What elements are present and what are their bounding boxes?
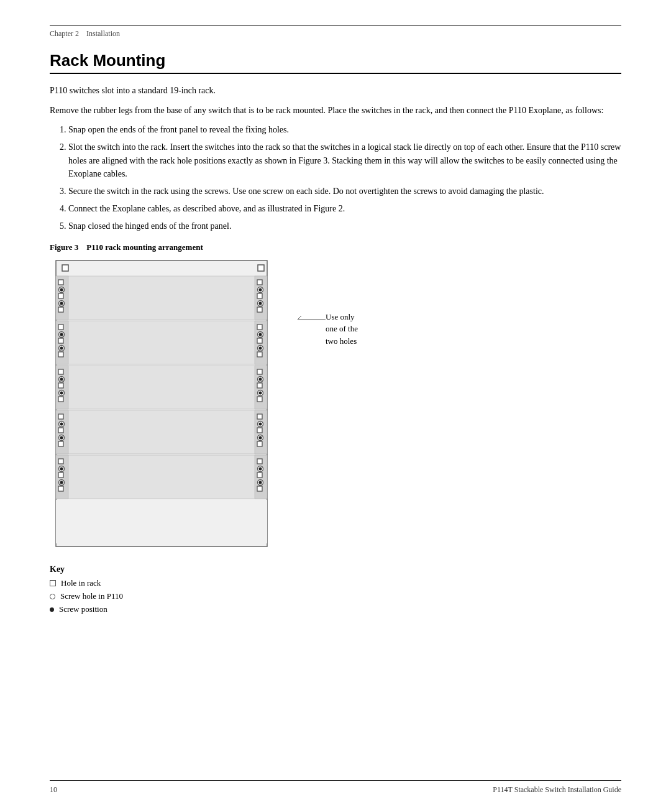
figure-annotation: Use only one of the two holes xyxy=(291,295,366,347)
key-item-3: Screw position xyxy=(50,604,621,614)
svg-point-30 xyxy=(60,347,63,350)
footer-rule xyxy=(50,780,621,781)
page: Chapter 2 Installation Rack Mounting P11… xyxy=(0,0,671,812)
svg-point-27 xyxy=(60,333,63,336)
svg-rect-83 xyxy=(257,459,262,464)
svg-point-13 xyxy=(60,302,63,305)
svg-point-51 xyxy=(259,378,262,381)
key-label-3: Screw position xyxy=(59,604,107,614)
svg-rect-72 xyxy=(257,441,262,446)
figure-caption-number: Figure 3 xyxy=(50,242,78,252)
header-area: Chapter 2 Installation xyxy=(50,29,621,39)
svg-rect-21 xyxy=(257,307,262,312)
header-rule xyxy=(50,25,621,25)
svg-point-37 xyxy=(259,347,262,350)
svg-rect-49 xyxy=(257,369,262,374)
document-title: P114T Stackable Switch Installation Guid… xyxy=(493,785,621,795)
svg-point-61 xyxy=(60,423,63,426)
key-item-2: Screw hole in P110 xyxy=(50,591,621,601)
section-title: Rack Mounting xyxy=(50,51,621,74)
svg-rect-52 xyxy=(257,383,262,388)
svg-rect-28 xyxy=(58,338,63,343)
svg-line-93 xyxy=(298,316,301,320)
svg-point-78 xyxy=(60,468,63,471)
svg-rect-15 xyxy=(257,280,262,285)
svg-point-10 xyxy=(60,288,63,292)
svg-rect-11 xyxy=(58,293,63,298)
svg-rect-65 xyxy=(58,441,63,446)
svg-rect-22 xyxy=(56,321,267,364)
svg-rect-38 xyxy=(257,352,262,357)
svg-rect-48 xyxy=(58,397,63,402)
page-number: 10 xyxy=(50,785,57,795)
svg-rect-89 xyxy=(257,486,262,491)
svg-rect-8 xyxy=(58,280,63,285)
svg-rect-5 xyxy=(56,276,267,320)
svg-rect-32 xyxy=(257,325,262,330)
svg-rect-79 xyxy=(58,473,63,478)
svg-rect-62 xyxy=(58,428,63,433)
step-3: Secure the switch in the rack using the … xyxy=(68,185,621,198)
step-5: Snap closed the hinged ends of the front… xyxy=(68,219,621,233)
svg-point-17 xyxy=(259,288,262,292)
svg-rect-55 xyxy=(257,397,262,402)
svg-point-88 xyxy=(259,481,262,484)
svg-rect-69 xyxy=(257,428,262,433)
svg-rect-76 xyxy=(58,459,63,464)
svg-rect-90 xyxy=(56,500,267,522)
svg-point-47 xyxy=(60,392,63,395)
svg-rect-18 xyxy=(257,293,262,298)
svg-rect-39 xyxy=(56,366,267,409)
svg-rect-59 xyxy=(58,414,63,419)
svg-rect-35 xyxy=(257,338,262,343)
svg-point-44 xyxy=(60,378,63,381)
svg-point-85 xyxy=(259,468,262,471)
screw-hole-p110-icon xyxy=(50,594,55,599)
svg-rect-45 xyxy=(58,383,63,388)
intro-paragraph-2: Remove the rubber legs from the base of … xyxy=(50,104,621,118)
svg-point-20 xyxy=(259,302,262,305)
svg-rect-31 xyxy=(58,352,63,357)
key-title: Key xyxy=(50,565,621,574)
screw-position-icon xyxy=(50,607,54,612)
svg-point-68 xyxy=(259,423,262,426)
svg-point-81 xyxy=(60,481,63,484)
svg-rect-86 xyxy=(257,473,262,478)
svg-point-54 xyxy=(259,392,262,395)
hole-in-rack-icon xyxy=(50,580,56,586)
figure-caption: Figure 3 P110 rack mounting arrangement xyxy=(50,242,621,252)
rack-diagram xyxy=(50,257,276,552)
svg-rect-56 xyxy=(56,410,267,454)
svg-rect-66 xyxy=(257,414,262,419)
svg-point-64 xyxy=(60,436,63,440)
steps-list: Snap open the ends of the front panel to… xyxy=(68,123,621,233)
svg-rect-42 xyxy=(58,369,63,374)
svg-rect-82 xyxy=(58,486,63,491)
svg-point-71 xyxy=(259,436,262,440)
key-section: Key Hole in rack Screw hole in P110 Scre… xyxy=(50,565,621,614)
key-label-2: Screw hole in P110 xyxy=(60,591,123,601)
svg-rect-91 xyxy=(56,522,267,543)
svg-rect-25 xyxy=(58,325,63,330)
step-2: Slot the switch into the rack. Insert th… xyxy=(68,141,621,181)
svg-point-34 xyxy=(259,333,262,336)
svg-rect-1 xyxy=(62,265,68,271)
footer: 10 P114T Stackable Switch Installation G… xyxy=(50,785,621,795)
key-label-1: Hole in rack xyxy=(61,578,101,588)
key-item-1: Hole in rack xyxy=(50,578,621,588)
intro-paragraph-1: P110 switches slot into a standard 19-in… xyxy=(50,84,621,98)
figure-caption-text: P110 rack mounting arrangement xyxy=(86,242,203,252)
svg-rect-14 xyxy=(58,307,63,312)
svg-rect-2 xyxy=(258,265,264,271)
rack-diagram-svg xyxy=(50,257,276,550)
step-4: Connect the Exoplane cables, as describe… xyxy=(68,202,621,216)
chapter-label: Chapter 2 Installation xyxy=(50,29,120,39)
step-1: Snap open the ends of the front panel to… xyxy=(68,123,621,137)
figure-container: Use only one of the two holes xyxy=(50,257,621,552)
svg-rect-73 xyxy=(56,455,267,499)
